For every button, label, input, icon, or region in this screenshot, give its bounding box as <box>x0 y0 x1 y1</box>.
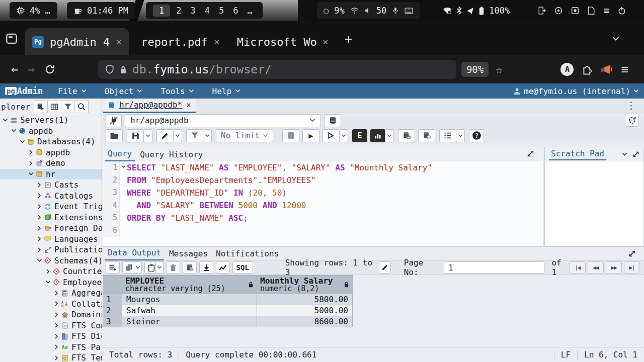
row-limit-select[interactable]: No limit <box>216 129 273 142</box>
expand-chevron-icon[interactable] <box>52 323 60 327</box>
macros-chevron-icon[interactable] <box>456 129 465 142</box>
chevron-down-icon[interactable] <box>622 152 627 156</box>
save-file-button[interactable] <box>127 129 144 142</box>
forward-icon[interactable]: → <box>27 62 34 76</box>
app-box-icon[interactable] <box>571 7 579 15</box>
stop-button[interactable] <box>282 129 299 142</box>
expand-chevron-icon[interactable] <box>27 150 35 154</box>
url-bar-input[interactable]: db.fymio.us/browser/ <box>98 60 456 79</box>
account-badge[interactable]: A <box>560 63 574 76</box>
reload-icon[interactable] <box>45 64 55 74</box>
tree-item-databases-4-[interactable]: Databases(4) <box>0 136 102 147</box>
expand-chevron-icon[interactable] <box>35 205 43 209</box>
macros-button[interactable] <box>439 129 456 142</box>
next-page-button[interactable]: ▶▶ <box>606 261 622 274</box>
tree-item-collations[interactable]: ABCollations <box>0 299 102 310</box>
resources-pill[interactable]: ○ 9% 50 <box>317 2 420 19</box>
new-tab-button[interactable]: + <box>345 31 353 46</box>
tree-item-casts[interactable]: Casts <box>0 179 102 191</box>
power-icon[interactable] <box>618 7 626 15</box>
menu-help[interactable]: Help <box>212 86 241 96</box>
cell[interactable]: 8600.00 <box>257 316 353 327</box>
first-page-button[interactable]: |◀ <box>570 261 586 274</box>
table-row[interactable]: 3Steiner8600.00 <box>103 316 353 327</box>
tab-query-history[interactable]: Query History <box>137 149 206 161</box>
back-icon[interactable]: ← <box>11 62 18 76</box>
tree-item-fts-dictionaries[interactable]: FTS Dictionaries <box>0 331 102 342</box>
panel-kebab-icon[interactable]: ⋮ <box>626 100 636 111</box>
connectivity-tray[interactable]: 100% <box>443 6 510 16</box>
expand-chevron-icon[interactable] <box>35 215 43 219</box>
browser-tab-pgadmin[interactable]: Pg pgAdmin 4 × <box>25 28 129 55</box>
table-row[interactable]: 1Mourgos5800.00 <box>103 294 353 305</box>
filter-options-chevron-icon[interactable] <box>203 129 212 142</box>
execute-chevron-icon[interactable] <box>339 129 348 142</box>
edit-button[interactable] <box>156 129 174 142</box>
tab-overview-icon[interactable] <box>5 32 18 45</box>
menu-file[interactable]: File <box>58 86 87 96</box>
execute-options-button[interactable] <box>323 129 340 142</box>
tree-item-hr[interactable]: hr <box>0 169 102 180</box>
explain-chevron-icon[interactable] <box>385 129 394 142</box>
exit-door-icon[interactable] <box>538 7 546 15</box>
collapse-chevron-icon[interactable] <box>18 140 26 144</box>
user-menu[interactable]: me@fymio.us (internal) <box>513 86 639 96</box>
new-connection-button[interactable] <box>324 114 341 127</box>
expand-chevron-icon[interactable] <box>35 237 43 241</box>
expand-chevron-icon[interactable] <box>35 194 43 198</box>
connection-status-button[interactable] <box>106 114 122 127</box>
row-number[interactable]: 2 <box>103 305 122 316</box>
code-line-4[interactable]: 4 AND "SALARY" BETWEEN 5000 AND 12000 <box>103 199 543 212</box>
menu-tools[interactable]: Tools <box>160 86 194 96</box>
tree-item-servers-1-[interactable]: Servers(1) <box>0 115 102 126</box>
tree-item-domains[interactable]: Domains <box>0 309 102 320</box>
tree-item-fts-parsers[interactable]: AaFTS Parsers <box>0 342 102 353</box>
save-options-chevron-icon[interactable] <box>143 129 152 142</box>
tree-item-demo[interactable]: demo <box>0 158 102 169</box>
cpu-pill[interactable]: 4% … <box>10 2 57 19</box>
collapse-chevron-icon[interactable] <box>27 172 35 176</box>
fold-chevron-icon[interactable] <box>121 165 126 168</box>
expand-scratch-icon[interactable] <box>632 151 639 158</box>
cell[interactable]: 5000.00 <box>257 305 353 316</box>
browser-menu-icon[interactable]: ≡ <box>621 62 628 76</box>
clock-pill[interactable]: 01:46 PM <box>67 2 135 19</box>
workspace-5[interactable]: 5 <box>216 6 227 16</box>
refresh-button[interactable] <box>625 114 639 127</box>
tree-item-extensions[interactable]: Extensions <box>0 212 102 223</box>
tab-messages[interactable]: Messages <box>166 248 211 260</box>
code-line-3[interactable]: 3WHERE "DEPARTMENT_ID" IN (20, 50) <box>103 187 543 199</box>
tab-data-output[interactable]: Data Output <box>105 247 164 260</box>
cell[interactable]: 5800.00 <box>257 294 353 305</box>
code-line-1[interactable]: 1SELECT "LAST_NAME" AS "EMPLOYEE", "SALA… <box>103 161 543 174</box>
code-line-6[interactable]: 6 <box>103 224 543 237</box>
tab-notifications[interactable]: Notifications <box>213 248 282 260</box>
tree-item-appdb[interactable]: appdb <box>0 147 102 158</box>
add-row-button[interactable] <box>106 261 120 274</box>
tray-menu-icon[interactable]: ≡ <box>603 5 609 17</box>
tree-item-employeesdepartments[interactable]: EmployeesDepartments <box>0 277 102 288</box>
tab-list-chevron-icon[interactable] <box>612 36 620 42</box>
workspace-1[interactable]: 1 <box>153 5 170 17</box>
save-data-button[interactable] <box>183 261 197 274</box>
explain-button[interactable]: E <box>352 129 367 142</box>
tree-item-schemas-4-[interactable]: Schemas(4) <box>0 255 102 266</box>
expand-chevron-icon[interactable] <box>52 356 60 360</box>
expand-chevron-icon[interactable] <box>52 302 60 306</box>
expand-results-icon[interactable] <box>628 250 636 257</box>
cell[interactable]: Steiner <box>122 316 257 327</box>
view-sql-button[interactable]: SQL <box>232 261 253 274</box>
collapse-chevron-icon[interactable] <box>10 129 18 133</box>
connect-database-button[interactable] <box>34 101 48 113</box>
expand-chevron-icon[interactable] <box>52 313 60 317</box>
tree-item-catalogs[interactable]: Catalogs <box>0 191 102 202</box>
browser-tab-report[interactable]: report.pdf × <box>134 28 227 55</box>
commit-button[interactable] <box>398 129 415 142</box>
scratch-pad-title[interactable]: Scratch Pad <box>549 148 606 160</box>
shield-icon[interactable] <box>105 64 114 74</box>
browser-tab-word[interactable]: Microsoft Wo × <box>230 28 336 55</box>
row-number[interactable]: 3 <box>103 316 122 327</box>
display-icon[interactable] <box>554 7 562 15</box>
workspace-6[interactable]: 6 <box>230 6 241 16</box>
cell[interactable]: Safwah <box>122 305 257 316</box>
